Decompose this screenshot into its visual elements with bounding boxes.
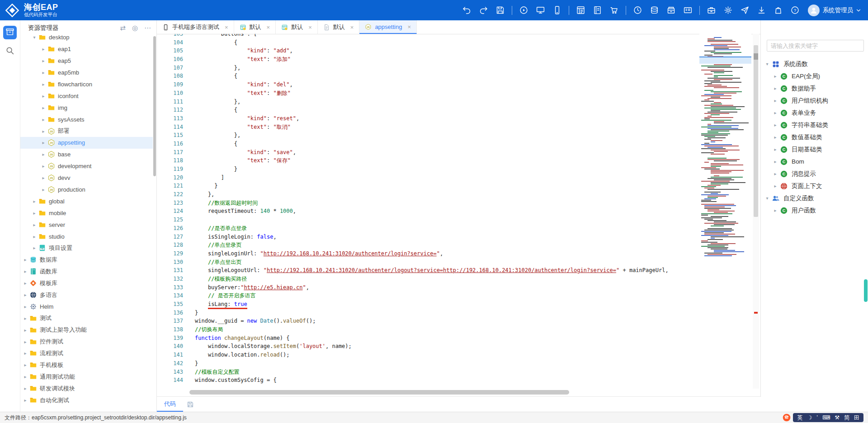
caret-icon[interactable]: ▸ xyxy=(22,351,28,356)
app-market-icon[interactable] xyxy=(773,5,783,16)
editor-tab-手机端多语言测试[interactable]: 手机端多语言测试× xyxy=(157,20,234,34)
function-item-表单业务[interactable]: ▸C表单业务 xyxy=(761,107,868,119)
function-item-字符串基础类[interactable]: ▸C字符串基础类 xyxy=(761,119,868,131)
code-line[interactable]: //单点登录页 xyxy=(195,241,699,249)
panel-scrollbar-thumb[interactable] xyxy=(864,279,868,302)
caret-icon[interactable]: ▸ xyxy=(772,135,779,140)
id-card-icon[interactable] xyxy=(682,5,693,16)
tree-item-sysAssets[interactable]: ▸sysAssets xyxy=(20,113,153,125)
code-line[interactable]: }, xyxy=(195,98,699,106)
code-line[interactable]: }, xyxy=(195,64,699,72)
function-item-EAP(全局)[interactable]: ▸CEAP(全局) xyxy=(761,70,868,82)
toolbox-icon[interactable] xyxy=(706,5,717,16)
caret-icon[interactable]: ▸ xyxy=(31,199,38,204)
tree-item-测试上架导入功能[interactable]: ▸测试上架导入功能 xyxy=(20,324,153,336)
explorer-scrollbar[interactable] xyxy=(153,36,156,176)
function-search-input[interactable] xyxy=(767,40,864,52)
tree-item-模板库[interactable]: ▸模板库 xyxy=(20,277,153,289)
caret-icon[interactable]: ▸ xyxy=(22,386,28,391)
user-menu[interactable]: 系统管理员 xyxy=(808,5,862,16)
function-item-Bom[interactable]: ▸CBom xyxy=(761,155,868,168)
tree-item-eap5mb[interactable]: ▸eap5mb xyxy=(20,67,153,79)
tree-item-appsetting[interactable]: ▸JSappsetting xyxy=(20,137,153,149)
component-market-icon[interactable] xyxy=(609,5,619,16)
ime-keyboard[interactable]: ⌨ xyxy=(820,413,832,422)
code-line[interactable]: } xyxy=(195,309,699,317)
code-line[interactable]: "text": "删除" xyxy=(195,89,699,98)
code-line[interactable]: } xyxy=(195,182,699,190)
ime-halfwidth-moon[interactable]: ☽ xyxy=(805,413,814,422)
close-icon[interactable]: × xyxy=(350,24,354,31)
code-line[interactable]: { xyxy=(195,140,699,148)
caret-icon[interactable]: ▸ xyxy=(22,257,28,262)
function-group-系统函数[interactable]: ▾系统函数 xyxy=(761,58,868,70)
download-icon[interactable] xyxy=(756,5,767,16)
code-line[interactable]: } xyxy=(195,165,699,174)
caret-icon[interactable]: ▸ xyxy=(40,164,47,169)
tree-item-项目设置[interactable]: ▸YML项目设置 xyxy=(20,242,153,254)
caret-icon[interactable]: ▸ xyxy=(22,292,28,297)
function-item-页面上下文[interactable]: ▸页面上下文 xyxy=(761,180,868,192)
code-line[interactable]: window.__guid = new Date().valueOf(); xyxy=(195,317,699,325)
report-list-icon[interactable] xyxy=(592,5,603,16)
code-line[interactable]: window.customSysCofig = { xyxy=(195,376,699,385)
code-line[interactable]: singleLogoutUrl: "http://192.168.10.241:… xyxy=(195,266,699,275)
caret-icon[interactable]: ▸ xyxy=(31,234,38,239)
archive-icon[interactable] xyxy=(665,5,676,16)
settings-icon[interactable] xyxy=(722,5,733,16)
caret-icon[interactable]: ▸ xyxy=(40,105,47,110)
function-group-自定义函数[interactable]: ▾自定义函数 xyxy=(761,192,868,204)
code-line[interactable]: singleLoginUrl: "http://192.168.10.241:3… xyxy=(195,249,699,258)
function-item-数据助手[interactable]: ▸C数据助手 xyxy=(761,82,868,94)
sync-icon[interactable]: ⇄ xyxy=(120,24,126,31)
caret-icon[interactable]: ▸ xyxy=(22,362,28,367)
code-line[interactable]: //模板购买路径 xyxy=(195,275,699,283)
editor-horizontal-scrollbar[interactable] xyxy=(157,390,754,395)
rail-item-resource-explorer[interactable] xyxy=(3,26,17,39)
caret-icon[interactable]: ▸ xyxy=(772,159,779,164)
code-line[interactable]: //是否单点登录 xyxy=(195,224,699,233)
form-designer-icon[interactable] xyxy=(575,5,586,16)
tree-item-自动化测试[interactable]: ▸自动化测试 xyxy=(20,395,153,406)
tree-item-img[interactable]: ▸img xyxy=(20,102,153,113)
code-line[interactable]: //数据返回超时时间 xyxy=(195,199,699,207)
redo-icon[interactable] xyxy=(478,5,489,16)
caret-icon[interactable]: ▸ xyxy=(31,211,38,216)
code-line[interactable]: window.location.reload(); xyxy=(195,351,699,359)
caret-icon[interactable]: ▸ xyxy=(22,398,28,403)
ime-grid[interactable]: 田 xyxy=(852,413,862,422)
tree-item-iconfont[interactable]: ▸iconfont xyxy=(20,90,153,102)
help-icon[interactable]: ? xyxy=(789,5,800,16)
tree-item-server[interactable]: ▸server xyxy=(20,219,153,230)
code-line[interactable]: "text": "取消" xyxy=(195,123,699,132)
close-icon[interactable]: × xyxy=(225,24,228,31)
code-line[interactable]: }, xyxy=(195,190,699,199)
publish-icon[interactable] xyxy=(739,5,750,16)
caret-icon[interactable]: ▾ xyxy=(764,61,771,66)
code-line[interactable]: ] xyxy=(195,174,699,182)
code-line[interactable]: "kind": "del", xyxy=(195,80,699,89)
caret-icon[interactable]: ▸ xyxy=(22,328,28,333)
code-line[interactable]: isSingleLogin: false, xyxy=(195,233,699,241)
caret-icon[interactable]: ▸ xyxy=(772,98,779,103)
code-line[interactable]: buyServer:"http://e5.hieap.cn", xyxy=(195,283,699,292)
tree-item-desktop[interactable]: ▾desktop xyxy=(20,35,153,43)
caret-icon[interactable]: ▸ xyxy=(772,110,779,115)
tree-item-devv[interactable]: ▸JSdevv xyxy=(20,172,153,184)
tree-item-development[interactable]: ▸JSdevelopment xyxy=(20,160,153,172)
caret-icon[interactable]: ▸ xyxy=(772,86,779,91)
scrollbar-thumb[interactable] xyxy=(754,45,758,217)
locate-icon[interactable]: ◎ xyxy=(132,24,138,31)
tree-item-通用测试功能[interactable]: ▸通用测试功能 xyxy=(20,371,153,383)
ime-tools[interactable]: ⚒ xyxy=(832,413,842,422)
code-line[interactable]: requestTimeout: 140 * 1000, xyxy=(195,207,699,216)
caret-icon[interactable]: ▸ xyxy=(22,304,28,309)
code-line[interactable]: { xyxy=(195,106,699,114)
caret-icon[interactable]: ▸ xyxy=(40,58,47,63)
function-item-消息提示[interactable]: ▸C消息提示 xyxy=(761,168,868,180)
caret-icon[interactable]: ▸ xyxy=(772,208,779,213)
caret-icon[interactable]: ▸ xyxy=(772,183,779,188)
caret-icon[interactable]: ▸ xyxy=(772,147,779,152)
tree-item-部署[interactable]: ▸JS部署 xyxy=(20,125,153,137)
caret-icon[interactable]: ▸ xyxy=(40,94,47,99)
